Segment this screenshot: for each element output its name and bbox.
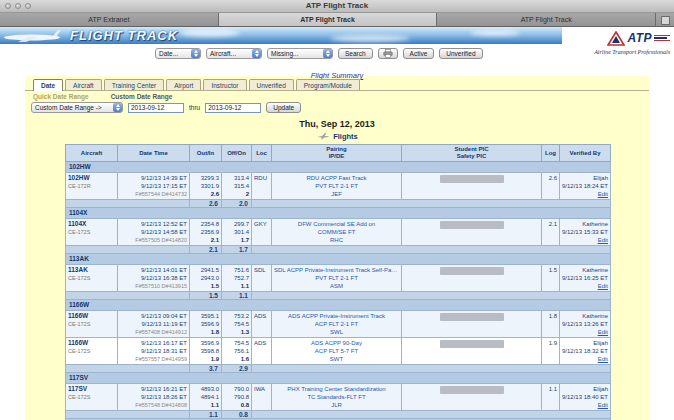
edit-link[interactable]: Edit <box>598 237 608 243</box>
loc-code: GKY <box>254 220 269 228</box>
pairing-link[interactable]: SWL <box>274 328 399 336</box>
print-button[interactable] <box>378 48 398 59</box>
log-value: 1.5 <box>544 266 557 274</box>
update-button[interactable]: Update <box>266 102 301 113</box>
missing-filter-select[interactable]: Missing... <box>267 48 333 59</box>
tab-training-center[interactable]: Training Center <box>104 79 165 90</box>
flights-table: Aircraft Date Time Out/In Off/On Loc Pai… <box>65 144 611 420</box>
edit-row: Edit <box>562 401 608 409</box>
subtotal-spacer <box>66 411 190 419</box>
printer-icon <box>383 49 393 58</box>
atp-shield-icon <box>607 31 625 46</box>
window-titlebar[interactable]: ATP Flight Track <box>0 0 674 13</box>
flight-table-body: 102HW102HWCE-172R9/12/13 14:39 ET9/12/13… <box>66 162 611 420</box>
subtotal-spacer <box>252 292 611 300</box>
close-window-button[interactable] <box>5 3 11 9</box>
pairing-link[interactable]: JLR <box>274 401 399 409</box>
student-cell <box>402 219 542 246</box>
date-filter-select[interactable]: Date... <box>155 48 201 59</box>
browser-tabstrip: ATP ExtranetATP Flight TrackATP Flight T… <box>0 13 674 27</box>
edit-link[interactable]: Edit <box>598 283 608 289</box>
tab-date[interactable]: Date <box>33 79 63 91</box>
pairing-link[interactable]: RHC <box>274 236 399 244</box>
flight-total: 1.7 <box>224 236 249 244</box>
aircraft-model: CE-172S <box>68 347 115 355</box>
unverified-button[interactable]: Unverified <box>439 48 482 59</box>
time-in: 9/12/13 18:26 ET <box>120 393 187 401</box>
pairing-link[interactable]: ADS ACPP 90-Day <box>274 339 399 347</box>
pairing-link[interactable]: TC Standards-FLT FT <box>274 393 399 401</box>
pairing-link[interactable]: JEF <box>274 190 399 198</box>
date-range-select[interactable]: Custom Date Range -> <box>31 102 123 113</box>
pairing-link[interactable]: PHX Training Center Standardization <box>274 385 399 393</box>
browser-tab[interactable]: ATP Flight Track <box>437 13 656 26</box>
verified-cell: Elijah9/12/13 18:24 ETEdit <box>560 173 611 200</box>
log-cell: 2.6 <box>542 173 560 200</box>
verified-time: 9/12/13 18:40 ET <box>562 393 608 401</box>
datetime-cell: 9/12/13 16:21 ET9/12/13 18:26 ETF#557548… <box>118 384 190 411</box>
date-range-controls: Custom Date Range -> thru Update <box>31 101 649 114</box>
block-total: 2.1 <box>192 236 219 244</box>
aircraft-filter-select[interactable]: Aircraft... <box>206 48 262 59</box>
summary-link-row: Flight Summary <box>0 64 674 74</box>
tab-aircraft[interactable]: Aircraft <box>65 79 102 90</box>
col-header-date-time: Date Time <box>118 145 190 162</box>
date-to-input[interactable] <box>205 103 261 113</box>
aircraft-group-row: 1166W <box>66 300 611 311</box>
pairing-link[interactable]: ACP FLT 2-1 FT <box>274 320 399 328</box>
edit-link[interactable]: Edit <box>598 191 608 197</box>
pairing-link[interactable]: COMM/SE FT <box>274 228 399 236</box>
out-in-cell: 2354.82356.92.1 <box>190 219 222 246</box>
pairing-link[interactable]: SDL ACPP Private-Instrument Track Self-P… <box>274 266 399 274</box>
verified-name: Katherine <box>562 220 608 228</box>
tab-unverified[interactable]: Unverified <box>249 79 294 90</box>
new-tab-button[interactable] <box>656 13 674 26</box>
time-in: 9/12/13 17:15 ET <box>120 182 187 190</box>
pairing-link[interactable]: ADS ACPP Private-Instrument Track <box>274 312 399 320</box>
cloud-decoration <box>330 35 410 42</box>
loc-cell: GKY <box>252 219 272 246</box>
pairing-link[interactable]: ACP FLT 5-7 FT <box>274 347 399 355</box>
loc-cell: ADS <box>252 311 272 338</box>
edit-row: Edit <box>562 328 608 336</box>
pairing-link[interactable]: SWT <box>274 355 399 363</box>
edit-link[interactable]: Edit <box>598 402 608 408</box>
pairing-link[interactable]: ASM <box>274 282 399 290</box>
unverified-button-label: Unverified <box>446 50 475 57</box>
window-title: ATP Flight Track <box>0 0 674 12</box>
off-on-cell: 299.7301.41.7 <box>222 219 252 246</box>
zoom-window-button[interactable] <box>25 3 31 9</box>
flight-row: 1166WCE-172S9/12/13 09:04 ET9/12/13 11:1… <box>66 311 611 338</box>
tab-airport[interactable]: Airport <box>166 79 201 90</box>
pairing-link[interactable]: RDU ACPP Fast Track <box>274 174 399 182</box>
time-in: 9/12/13 18:31 ET <box>120 347 187 355</box>
log-value: 1.1 <box>544 385 557 393</box>
edit-link[interactable]: Edit <box>598 356 608 362</box>
active-button[interactable]: Active <box>403 48 435 59</box>
aircraft-cell: 1166WCE-172S <box>66 338 118 365</box>
pairing-link[interactable]: PVT FLT 2-1 FT <box>274 274 399 282</box>
minimize-window-button[interactable] <box>15 3 21 9</box>
col-header-out-in: Out/In <box>190 145 222 162</box>
aircraft-cell: 113AKCE-172S <box>66 265 118 292</box>
custom-date-range-label: Custom Date Range <box>111 93 173 100</box>
edit-row: Edit <box>562 236 608 244</box>
pairing-cell: SDL ACPP Private-Instrument Track Self-P… <box>272 265 402 292</box>
edit-link[interactable]: Edit <box>598 329 608 335</box>
loc-cell: ADS <box>252 338 272 365</box>
out-in-cell: 3299.33301.92.6 <box>190 173 222 200</box>
browser-tab[interactable]: ATP Flight Track <box>219 13 438 26</box>
log-value: 2.6 <box>544 174 557 182</box>
search-button[interactable]: Search <box>338 48 373 59</box>
quick-date-range-label: Quick Date Range <box>33 93 89 100</box>
log-cell: 2.1 <box>542 219 560 246</box>
date-from-input[interactable] <box>128 103 184 113</box>
flight-total: 1.1 <box>224 282 249 290</box>
pairing-link[interactable]: DFW Commercial SE Add on <box>274 220 399 228</box>
browser-tab[interactable]: ATP Extranet <box>0 13 219 26</box>
tab-instructor[interactable]: Instructor <box>203 79 246 90</box>
pairing-link[interactable]: PVT FLT 2-1 FT <box>274 182 399 190</box>
tab-program-module[interactable]: Program/Module <box>296 79 360 90</box>
student-name-redacted <box>440 386 504 394</box>
block-total: 1.5 <box>192 282 219 290</box>
